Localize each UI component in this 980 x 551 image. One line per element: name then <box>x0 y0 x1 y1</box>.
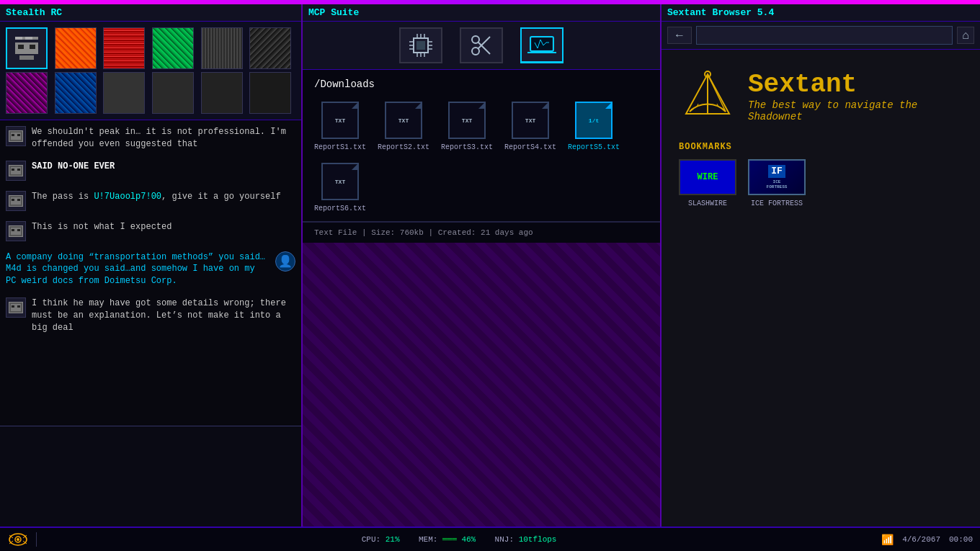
sextant-logo-icon <box>679 67 736 125</box>
avatar-cell-11[interactable] <box>201 72 243 114</box>
bookmark-slashwire[interactable]: WIRE SLASHWIRE <box>679 159 736 207</box>
sextant-url-bar[interactable] <box>696 26 953 45</box>
chat-text-2: SAID NO-ONE EVER <box>32 161 115 173</box>
mcp-title: MCP Suite <box>303 4 660 22</box>
sextant-svg-icon <box>679 67 736 125</box>
avatar-cell-3[interactable] <box>103 27 145 69</box>
link-text[interactable]: U!7Uaoolp7!00 <box>94 192 161 202</box>
avatar-cell-10[interactable] <box>152 72 194 114</box>
ice-text-container: IF ICEFORTRESS <box>767 165 788 189</box>
file-corner-3 <box>478 103 484 109</box>
file-name-4: ReportS4.txt <box>504 143 556 151</box>
chat-avatar-1 <box>6 126 26 146</box>
chat-message-5: A company doing “transportation methods”… <box>6 251 295 287</box>
taskbar-time: 00:00 <box>949 535 973 544</box>
taskbar-stats: CPU: 21% MEM: ═══ 46% NNJ: 10tflops <box>44 535 874 544</box>
user-icon: 👤 <box>275 251 295 272</box>
mcp-content-area <box>303 243 660 527</box>
sextant-logo-area: Sextant The best way to navigate the Sha… <box>679 67 963 125</box>
file-item-2[interactable]: TXT ReportS2.txt <box>378 102 429 151</box>
ice-fortress-label: ICE FORTRESS <box>751 200 803 207</box>
chat-message-3: The pass is U!7Uaoolp7!00, give it a go … <box>6 191 295 211</box>
ice-fortress-thumbnail: IF ICEFORTRESS <box>748 159 806 195</box>
taskbar-logo-icon <box>7 531 29 548</box>
bookmarks-grid: WIRE SLASHWIRE IF ICEFORTRESS <box>679 159 963 207</box>
sextant-title: Sextant Browser 5.4 <box>662 4 980 22</box>
panel-sextant: Sextant Browser 5.4 ← ⌂ <box>662 4 980 527</box>
chat-message-1: We shouldn't peak in… it is not professi… <box>6 126 295 151</box>
chip-button[interactable] <box>399 27 442 63</box>
mem-bar: ═══ <box>442 535 457 544</box>
file-item-3[interactable]: TXT ReportS3.txt <box>441 102 493 151</box>
mcp-status-bar: Text File | Size: 760kb | Created: 21 da… <box>303 222 660 243</box>
file-corner-1 <box>352 103 357 109</box>
file-corner-2 <box>415 103 421 109</box>
bookmark-ice-fortress[interactable]: IF ICEFORTRESS ICE FORTRESS <box>748 159 806 207</box>
ice-label-text: ICEFORTRESS <box>767 179 788 189</box>
scissors-button[interactable] <box>460 27 503 63</box>
chat-text-5: A company doing “transportation methods”… <box>6 251 270 287</box>
avatar-cell-8[interactable] <box>55 72 97 114</box>
file-icon-6: TXT <box>321 163 359 200</box>
panel-stealth: Stealth RC <box>0 4 303 527</box>
file-name-2: ReportS2.txt <box>378 143 429 151</box>
sextant-app-subtitle: The best way to navigate the Shadownet <box>748 99 963 122</box>
chat-text-6: I think he may have got some details wro… <box>32 297 295 333</box>
avatar-cell-7[interactable] <box>6 72 48 114</box>
avatar-cell-9[interactable] <box>103 72 145 114</box>
sextant-back-button[interactable]: ← <box>667 27 692 44</box>
file-icon-1: TXT <box>321 102 359 139</box>
mem-label: MEM: <box>419 535 437 544</box>
file-name-3: ReportS3.txt <box>441 143 493 151</box>
chat-message-4: This is not what I expected <box>6 221 295 241</box>
file-item-4[interactable]: TXT ReportS4.txt <box>504 102 556 151</box>
wifi-icon: 📶 <box>881 534 894 546</box>
file-corner-5 <box>605 103 611 109</box>
panels-container: Stealth RC <box>0 4 980 527</box>
file-item-1[interactable]: TXT ReportS1.txt <box>314 102 366 151</box>
mcp-file-browser: /Downloads TXT ReportS1.txt TXT ReportS2… <box>303 70 660 222</box>
avatar-cell-6[interactable] <box>249 27 291 69</box>
laptop-button[interactable] <box>520 27 564 63</box>
sextant-header: ← ⌂ <box>662 22 980 50</box>
file-name-6: ReportS6.txt <box>314 205 366 212</box>
chat-text-3: The pass is U!7Uaoolp7!00, give it a go … <box>32 191 281 203</box>
chat-avatar-3 <box>6 191 26 211</box>
sextant-home-button[interactable]: ⌂ <box>957 27 974 44</box>
svg-point-41 <box>17 538 19 541</box>
file-corner-4 <box>542 103 548 109</box>
file-name-1: ReportS1.txt <box>314 143 366 151</box>
bookmarks-label: BOOKMARKS <box>679 142 963 152</box>
file-icon-2: TXT <box>385 102 422 139</box>
svg-rect-19 <box>532 38 552 50</box>
avatar-cell-5[interactable] <box>201 27 243 69</box>
mcp-toolbar <box>303 22 660 70</box>
nnj-value: 10tflops <box>519 535 557 544</box>
mcp-path: /Downloads <box>314 79 649 90</box>
avatar-cell-4[interactable] <box>152 27 194 69</box>
slashwire-thumbnail: WIRE <box>679 159 736 195</box>
avatar-cell-1[interactable] <box>6 27 48 69</box>
text-before: The pass is <box>32 192 94 202</box>
stealth-title: Stealth RC <box>0 4 301 22</box>
file-icon-4: TXT <box>512 102 549 139</box>
chat-message-2: SAID NO-ONE EVER <box>6 161 295 181</box>
mem-value: 46% <box>461 535 476 544</box>
avatar-cell-12[interactable] <box>249 72 291 114</box>
file-icon-5: 1/t <box>575 102 612 139</box>
taskbar-date: 4/6/2067 <box>902 535 940 544</box>
taskbar-right: 📶 4/6/2067 00:00 <box>881 534 973 546</box>
file-item-5[interactable]: 1/t ReportS5.txt <box>568 102 620 151</box>
nnj-label: NNJ: <box>495 535 514 544</box>
file-item-6[interactable]: TXT ReportS6.txt <box>314 163 366 212</box>
avatar-cell-2[interactable] <box>55 27 97 69</box>
svg-rect-1 <box>416 41 425 50</box>
sextant-app-title: Sextant <box>748 70 963 99</box>
slashwire-label: SLASHWIRE <box>688 200 727 207</box>
svg-rect-21 <box>538 51 546 53</box>
chat-text-1: We shouldn't peak in… it is not professi… <box>32 126 295 151</box>
scissors-icon <box>468 32 494 58</box>
file-corner-6 <box>352 164 357 170</box>
chip-icon <box>408 32 434 58</box>
file-name-5: ReportS5.txt <box>568 143 620 151</box>
